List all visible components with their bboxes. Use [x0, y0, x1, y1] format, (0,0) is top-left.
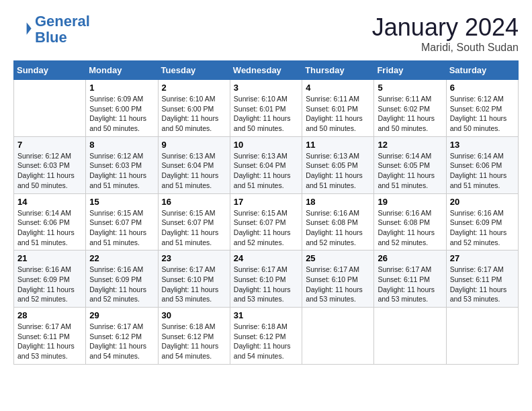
day-info: Sunrise: 6:15 AM Sunset: 6:07 PM Dayligh… — [89, 208, 154, 248]
day-number: 11 — [306, 140, 370, 150]
day-info: Sunrise: 6:10 AM Sunset: 6:00 PM Dayligh… — [162, 94, 226, 134]
daylight-label: Daylight: 11 hours and 53 minutes. — [450, 285, 507, 304]
sunrise-label: Sunrise: 6:16 AM — [306, 209, 359, 217]
calendar-week-1: 7 Sunrise: 6:12 AM Sunset: 6:03 PM Dayli… — [14, 136, 519, 193]
day-info: Sunrise: 6:16 AM Sunset: 6:08 PM Dayligh… — [306, 208, 370, 248]
sunset-label: Sunset: 6:01 PM — [234, 105, 286, 113]
day-number: 7 — [17, 140, 82, 150]
day-info: Sunrise: 6:17 AM Sunset: 6:10 PM Dayligh… — [306, 265, 370, 304]
day-number: 18 — [306, 197, 370, 207]
sunset-label: Sunset: 6:10 PM — [162, 275, 214, 283]
logo-icon — [13, 20, 32, 39]
calendar-cell: 11 Sunrise: 6:13 AM Sunset: 6:05 PM Dayl… — [302, 136, 374, 193]
sunset-label: Sunset: 6:11 PM — [450, 275, 502, 283]
day-info: Sunrise: 6:16 AM Sunset: 6:09 PM Dayligh… — [450, 208, 515, 248]
calendar-cell: 25 Sunrise: 6:17 AM Sunset: 6:10 PM Dayl… — [302, 250, 374, 308]
daylight-label: Daylight: 11 hours and 52 minutes. — [89, 285, 146, 304]
day-number: 29 — [89, 310, 154, 320]
calendar-cell: 23 Sunrise: 6:17 AM Sunset: 6:10 PM Dayl… — [158, 250, 230, 308]
sunset-label: Sunset: 6:02 PM — [450, 105, 502, 113]
day-number: 2 — [162, 83, 226, 93]
sunrise-label: Sunrise: 6:16 AM — [450, 209, 504, 217]
calendar-cell: 6 Sunrise: 6:12 AM Sunset: 6:02 PM Dayli… — [446, 80, 518, 137]
day-number: 8 — [89, 140, 154, 150]
daylight-label: Daylight: 11 hours and 53 minutes. — [234, 285, 291, 304]
day-info: Sunrise: 6:16 AM Sunset: 6:08 PM Dayligh… — [378, 208, 442, 248]
day-info: Sunrise: 6:14 AM Sunset: 6:06 PM Dayligh… — [450, 151, 515, 191]
day-info: Sunrise: 6:17 AM Sunset: 6:10 PM Dayligh… — [234, 265, 298, 304]
page-header: General Blue January 2024 Maridi, South … — [13, 13, 519, 54]
day-info: Sunrise: 6:17 AM Sunset: 6:11 PM Dayligh… — [17, 322, 82, 361]
sunrise-label: Sunrise: 6:18 AM — [234, 322, 287, 330]
sunrise-label: Sunrise: 6:11 AM — [306, 95, 359, 103]
daylight-label: Daylight: 11 hours and 50 minutes. — [378, 114, 435, 132]
sunrise-label: Sunrise: 6:10 AM — [234, 95, 287, 103]
calendar-cell: 30 Sunrise: 6:18 AM Sunset: 6:12 PM Dayl… — [158, 308, 230, 365]
sunset-label: Sunset: 6:05 PM — [306, 161, 358, 169]
day-number: 6 — [450, 83, 515, 93]
sunrise-label: Sunrise: 6:16 AM — [378, 209, 431, 217]
sunrise-label: Sunrise: 6:14 AM — [450, 152, 504, 160]
logo: General Blue — [13, 13, 90, 46]
sunrise-label: Sunrise: 6:10 AM — [162, 95, 216, 103]
sunset-label: Sunset: 6:03 PM — [89, 161, 142, 169]
sunset-label: Sunset: 6:02 PM — [378, 105, 430, 113]
sunset-label: Sunset: 6:09 PM — [450, 218, 502, 226]
calendar-week-0: 1 Sunrise: 6:09 AM Sunset: 6:00 PM Dayli… — [14, 80, 519, 137]
calendar-cell: 18 Sunrise: 6:16 AM Sunset: 6:08 PM Dayl… — [302, 193, 374, 250]
daylight-label: Daylight: 11 hours and 52 minutes. — [450, 228, 507, 246]
calendar-cell: 5 Sunrise: 6:11 AM Sunset: 6:02 PM Dayli… — [374, 80, 446, 137]
col-sunday: Sunday — [14, 61, 86, 80]
daylight-label: Daylight: 11 hours and 53 minutes. — [17, 342, 75, 360]
calendar-cell — [14, 80, 86, 137]
day-number: 19 — [378, 197, 442, 207]
daylight-label: Daylight: 11 hours and 53 minutes. — [306, 285, 363, 304]
day-number: 27 — [450, 253, 515, 263]
sunset-label: Sunset: 6:00 PM — [89, 105, 142, 113]
sunrise-label: Sunrise: 6:13 AM — [234, 152, 287, 160]
sunrise-label: Sunrise: 6:14 AM — [17, 209, 71, 217]
calendar-cell: 2 Sunrise: 6:10 AM Sunset: 6:00 PM Dayli… — [158, 80, 230, 137]
sunset-label: Sunset: 6:09 PM — [17, 275, 70, 283]
daylight-label: Daylight: 11 hours and 52 minutes. — [17, 285, 75, 304]
sunset-label: Sunset: 6:07 PM — [162, 218, 214, 226]
sunset-label: Sunset: 6:01 PM — [306, 105, 358, 113]
calendar-cell: 13 Sunrise: 6:14 AM Sunset: 6:06 PM Dayl… — [446, 136, 518, 193]
calendar-cell: 3 Sunrise: 6:10 AM Sunset: 6:01 PM Dayli… — [230, 80, 302, 137]
day-number: 28 — [17, 310, 82, 320]
day-info: Sunrise: 6:09 AM Sunset: 6:00 PM Dayligh… — [89, 94, 154, 134]
daylight-label: Daylight: 11 hours and 51 minutes. — [89, 171, 146, 189]
calendar-cell: 14 Sunrise: 6:14 AM Sunset: 6:06 PM Dayl… — [14, 193, 86, 250]
logo-blue: Blue — [35, 29, 67, 46]
daylight-label: Daylight: 11 hours and 51 minutes. — [234, 171, 291, 189]
daylight-label: Daylight: 11 hours and 52 minutes. — [378, 228, 435, 246]
calendar-cell: 19 Sunrise: 6:16 AM Sunset: 6:08 PM Dayl… — [374, 193, 446, 250]
calendar-cell: 9 Sunrise: 6:13 AM Sunset: 6:04 PM Dayli… — [158, 136, 230, 193]
calendar-week-2: 14 Sunrise: 6:14 AM Sunset: 6:06 PM Dayl… — [14, 193, 519, 250]
sunrise-label: Sunrise: 6:18 AM — [162, 322, 216, 330]
calendar-cell: 21 Sunrise: 6:16 AM Sunset: 6:09 PM Dayl… — [14, 250, 86, 308]
day-info: Sunrise: 6:12 AM Sunset: 6:02 PM Dayligh… — [450, 94, 515, 134]
day-number: 10 — [234, 140, 298, 150]
logo-general: General — [35, 13, 90, 30]
title-block: January 2024 Maridi, South Sudan — [372, 13, 519, 54]
sunrise-label: Sunrise: 6:17 AM — [450, 265, 504, 273]
sunrise-label: Sunrise: 6:09 AM — [89, 95, 143, 103]
daylight-label: Daylight: 11 hours and 50 minutes. — [234, 114, 291, 132]
col-thursday: Thursday — [302, 61, 374, 80]
logo-text: General Blue — [35, 13, 90, 46]
sunset-label: Sunset: 6:11 PM — [17, 332, 70, 340]
day-info: Sunrise: 6:14 AM Sunset: 6:05 PM Dayligh… — [378, 151, 442, 191]
calendar-week-4: 28 Sunrise: 6:17 AM Sunset: 6:11 PM Dayl… — [14, 308, 519, 365]
sunrise-label: Sunrise: 6:16 AM — [89, 265, 143, 273]
day-info: Sunrise: 6:16 AM Sunset: 6:09 PM Dayligh… — [89, 265, 154, 304]
sunrise-label: Sunrise: 6:16 AM — [17, 265, 71, 273]
col-monday: Monday — [86, 61, 158, 80]
sunset-label: Sunset: 6:12 PM — [234, 332, 286, 340]
day-info: Sunrise: 6:13 AM Sunset: 6:04 PM Dayligh… — [162, 151, 226, 191]
sunrise-label: Sunrise: 6:17 AM — [306, 265, 359, 273]
day-info: Sunrise: 6:17 AM Sunset: 6:10 PM Dayligh… — [162, 265, 226, 304]
sunset-label: Sunset: 6:06 PM — [450, 161, 502, 169]
calendar-cell: 7 Sunrise: 6:12 AM Sunset: 6:03 PM Dayli… — [14, 136, 86, 193]
sunset-label: Sunset: 6:12 PM — [162, 332, 214, 340]
